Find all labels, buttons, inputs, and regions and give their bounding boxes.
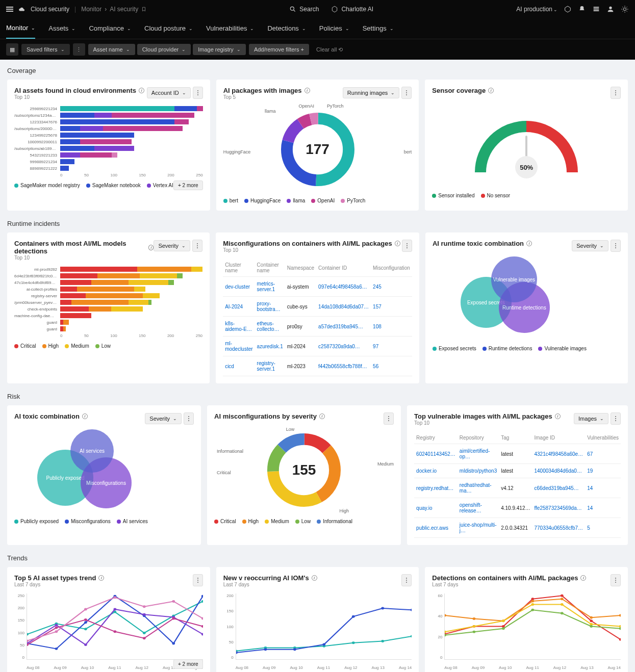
grid-toggle-icon[interactable]: ▦ bbox=[6, 43, 18, 56]
info-icon[interactable]: i bbox=[488, 88, 494, 93]
table-link[interactable]: 245 bbox=[373, 284, 382, 290]
severity-dropdown[interactable]: Severity⌄ bbox=[154, 240, 190, 251]
sun-icon[interactable] bbox=[621, 5, 629, 13]
card-menu[interactable] bbox=[384, 412, 394, 425]
filter-chip[interactable]: Cloud provider⌄ bbox=[137, 44, 191, 55]
table-link[interactable]: quay.io bbox=[416, 505, 433, 511]
card-menu[interactable] bbox=[611, 87, 621, 99]
table-link[interactable]: 56 bbox=[373, 364, 378, 369]
table-link[interactable]: ffe25873234569da… bbox=[534, 505, 581, 511]
bookmark-icon[interactable] bbox=[141, 7, 146, 12]
card-menu[interactable] bbox=[401, 574, 412, 586]
stack-icon[interactable] bbox=[592, 5, 600, 13]
filter-chip[interactable]: Image registry⌄ bbox=[193, 44, 246, 55]
images-dropdown[interactable]: Images⌄ bbox=[574, 413, 608, 424]
saved-filters-button[interactable]: Saved filters⌄ bbox=[21, 44, 70, 55]
more-button[interactable]: + 2 more bbox=[173, 659, 203, 669]
search-button[interactable]: Search bbox=[289, 6, 319, 13]
table-link[interactable]: docker.io bbox=[416, 468, 437, 474]
charlotte-ai-button[interactable]: Charlotte AI bbox=[331, 6, 373, 13]
table-link[interactable]: c66ded319ba945… bbox=[534, 485, 578, 491]
card-menu[interactable] bbox=[193, 87, 203, 99]
nav-settings[interactable]: Settings⌄ bbox=[363, 18, 394, 39]
card-menu[interactable] bbox=[402, 240, 412, 252]
info-icon[interactable]: i bbox=[395, 241, 400, 246]
nav-monitor[interactable]: Monitor⌄ bbox=[6, 18, 35, 39]
filter-chip[interactable]: Asset name⌄ bbox=[88, 44, 135, 55]
table-link[interactable]: public.ecr.aws bbox=[416, 525, 448, 531]
card-menu[interactable] bbox=[611, 574, 621, 586]
nav-policies[interactable]: Policies⌄ bbox=[319, 18, 349, 39]
card-menu[interactable] bbox=[193, 574, 203, 586]
table-link[interactable]: azuredisk.1 bbox=[257, 344, 283, 349]
table-link[interactable]: 14 bbox=[587, 485, 593, 491]
env-selector[interactable]: AI production⌄ bbox=[516, 6, 557, 13]
nav-cloud posture[interactable]: Cloud posture⌄ bbox=[144, 18, 193, 39]
info-icon[interactable]: i bbox=[304, 88, 310, 93]
hamburger-icon[interactable] bbox=[6, 7, 13, 12]
bell-icon[interactable] bbox=[578, 5, 586, 13]
info-icon[interactable]: i bbox=[148, 245, 154, 250]
table-link[interactable]: 67 bbox=[587, 451, 593, 457]
table-link[interactable]: 4321c4f98458a60e… bbox=[534, 451, 583, 457]
table-link[interactable]: mldistro/python3 bbox=[460, 468, 497, 474]
table-link[interactable]: registry-server.1 bbox=[257, 360, 275, 372]
user-icon[interactable] bbox=[606, 5, 615, 13]
running-images-dropdown[interactable]: Running images⌄ bbox=[343, 87, 400, 98]
table-link[interactable]: openshift-release… bbox=[460, 502, 482, 513]
more-button[interactable]: + 2 more bbox=[173, 180, 203, 190]
table-link[interactable]: etheus-collecto… bbox=[257, 321, 280, 332]
table-link[interactable]: 97 bbox=[373, 344, 378, 349]
info-icon[interactable]: i bbox=[82, 413, 88, 419]
table-link[interactable]: ml-modecluster bbox=[225, 341, 252, 352]
info-icon[interactable]: i bbox=[526, 241, 532, 246]
table-link[interactable]: a57ded319ba945… bbox=[318, 324, 363, 329]
table-link[interactable]: cicd bbox=[225, 364, 234, 369]
table-link[interactable]: 5 bbox=[587, 525, 590, 531]
table-link[interactable]: aiml/certified-op… bbox=[460, 448, 490, 459]
info-icon[interactable]: i bbox=[580, 575, 586, 581]
info-icon[interactable]: i bbox=[312, 575, 317, 581]
add-filters-button[interactable]: Add/remove filters + bbox=[249, 44, 309, 55]
table-link[interactable]: juice-shop/multi-j… bbox=[460, 522, 497, 533]
clear-all-button[interactable]: Clear all ⟲ bbox=[316, 46, 343, 53]
table-link[interactable]: AI-2024 bbox=[225, 304, 243, 309]
info-icon[interactable]: i bbox=[98, 575, 104, 581]
info-icon[interactable]: i bbox=[319, 413, 325, 419]
nav-assets[interactable]: Assets⌄ bbox=[48, 18, 75, 39]
nav-detections[interactable]: Detections⌄ bbox=[267, 18, 306, 39]
table-link[interactable]: 19 bbox=[587, 468, 593, 474]
filter-kebab[interactable]: ⋮ bbox=[73, 43, 85, 56]
card-menu[interactable] bbox=[184, 412, 194, 425]
table-link[interactable]: 1400034d84d6da0… bbox=[534, 468, 581, 474]
table-link[interactable]: f442b06558cfb788f… bbox=[318, 364, 367, 369]
table-link[interactable]: metrics-server.1 bbox=[257, 281, 275, 292]
card-menu[interactable] bbox=[192, 240, 202, 252]
table-link[interactable]: c2587320a9da0… bbox=[318, 344, 360, 349]
table-link[interactable]: 14da108d84d6da07… bbox=[318, 304, 369, 309]
packages-donut: 177 bert HuggingFace llama OpenAI PyTorc… bbox=[223, 106, 412, 193]
card-menu[interactable] bbox=[611, 240, 621, 252]
nav-compliance[interactable]: Compliance⌄ bbox=[89, 18, 131, 39]
info-icon[interactable]: i bbox=[139, 88, 144, 93]
severity-dropdown[interactable]: Severity⌄ bbox=[572, 240, 608, 251]
info-icon[interactable]: i bbox=[555, 413, 561, 419]
nav-vulnerabilities[interactable]: Vulnerabilities⌄ bbox=[206, 18, 254, 39]
table-link[interactable]: 770334u06558cfb7… bbox=[534, 525, 583, 531]
table-link[interactable]: 097e64c4f98458a6… bbox=[318, 284, 367, 290]
table-link[interactable]: registry.redhat… bbox=[416, 485, 453, 491]
table-link[interactable]: proxy-bootstra… bbox=[257, 301, 281, 312]
table-link[interactable]: 14 bbox=[587, 505, 593, 511]
table-link[interactable]: 602401143452… bbox=[416, 451, 455, 457]
severity-dropdown[interactable]: Severity⌄ bbox=[145, 413, 182, 424]
table-link[interactable]: dev-cluster bbox=[225, 284, 250, 290]
hexagon-icon[interactable] bbox=[564, 5, 572, 13]
table-link[interactable]: k8s-aidemo-E… bbox=[225, 321, 252, 332]
table-link[interactable]: 157 bbox=[373, 304, 382, 309]
table-link[interactable]: redhat/redhat-ma… bbox=[460, 482, 492, 494]
card-menu[interactable] bbox=[401, 87, 412, 99]
card-menu[interactable] bbox=[611, 412, 621, 425]
account-dropdown[interactable]: Account ID⌄ bbox=[147, 87, 191, 98]
sensor-gauge: 50% bbox=[432, 101, 621, 188]
table-link[interactable]: 108 bbox=[373, 324, 382, 329]
